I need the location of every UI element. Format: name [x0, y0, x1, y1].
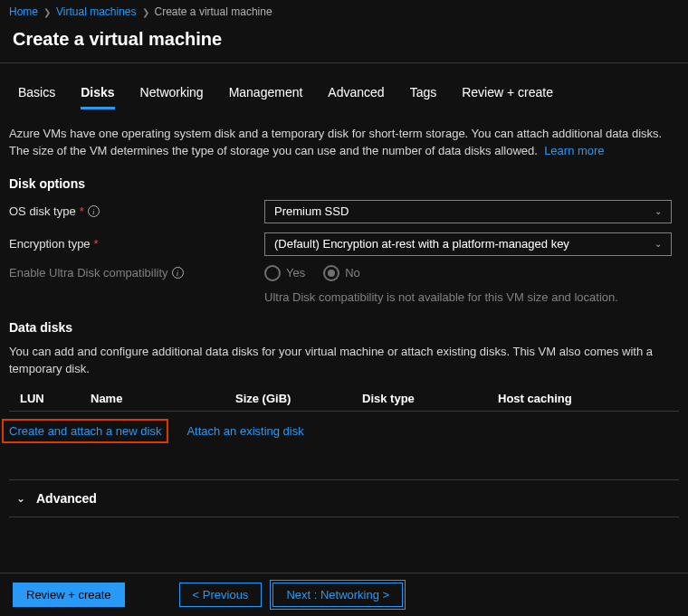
tab-basics[interactable]: Basics [18, 85, 55, 109]
breadcrumb: Home ❯ Virtual machines ❯ Create a virtu… [0, 0, 688, 24]
chevron-down-icon: ⌄ [655, 206, 662, 216]
col-name: Name [91, 392, 235, 405]
tab-management[interactable]: Management [229, 85, 303, 109]
os-disk-type-label: OS disk type * i [9, 204, 264, 218]
create-attach-new-disk-link[interactable]: Create and attach a new disk [2, 419, 168, 443]
col-disk-type: Disk type [362, 392, 498, 405]
chevron-down-icon: ⌄ [655, 239, 662, 249]
tab-advanced[interactable]: Advanced [328, 85, 384, 109]
wizard-footer: Review + create < Previous Next : Networ… [0, 573, 688, 616]
page-title: Create a virtual machine [0, 24, 688, 62]
os-disk-type-select[interactable]: Premium SSD ⌄ [264, 200, 672, 223]
col-size: Size (GiB) [235, 392, 362, 405]
advanced-section-toggle[interactable]: ⌄ Advanced [9, 479, 679, 517]
ultra-disk-yes-radio [264, 265, 281, 281]
attach-existing-disk-link[interactable]: Attach an existing disk [186, 424, 303, 438]
wizard-tabs: Basics Disks Networking Management Advan… [0, 63, 688, 109]
intro-description: Azure VMs have one operating system disk… [9, 126, 679, 160]
breadcrumb-virtual-machines[interactable]: Virtual machines [56, 5, 137, 18]
data-disks-heading: Data disks [9, 320, 679, 335]
breadcrumb-home[interactable]: Home [9, 5, 38, 18]
ultra-disk-label: Enable Ultra Disk compatibility i [9, 266, 264, 280]
tab-networking[interactable]: Networking [140, 85, 204, 109]
next-button[interactable]: Next : Networking > [272, 583, 403, 607]
chevron-right-icon: ❯ [43, 7, 51, 17]
encryption-type-label: Encryption type * [9, 237, 264, 251]
ultra-disk-radio-group: Yes No [264, 265, 373, 281]
tab-tags[interactable]: Tags [410, 85, 437, 109]
encryption-type-select[interactable]: (Default) Encryption at-rest with a plat… [264, 232, 672, 256]
ultra-disk-hint: Ultra Disk compatibility is not availabl… [264, 290, 679, 304]
ultra-disk-yes-label: Yes [286, 266, 305, 280]
review-create-button[interactable]: Review + create [13, 583, 125, 607]
tab-review-create[interactable]: Review + create [462, 85, 553, 109]
col-host-caching: Host caching [498, 392, 679, 405]
ultra-disk-no-label: No [345, 266, 360, 280]
ultra-disk-no-radio [323, 265, 339, 281]
required-indicator: * [80, 204, 84, 218]
advanced-section-label: Advanced [36, 491, 97, 506]
info-icon[interactable]: i [88, 205, 100, 217]
previous-button[interactable]: < Previous [179, 583, 263, 607]
info-icon[interactable]: i [172, 267, 184, 279]
disk-options-heading: Disk options [9, 176, 679, 191]
data-disks-table-header: LUN Name Size (GiB) Disk type Host cachi… [9, 386, 679, 412]
data-disks-description: You can add and configure additional dat… [9, 344, 679, 378]
chevron-down-icon: ⌄ [16, 492, 25, 505]
breadcrumb-current: Create a virtual machine [155, 5, 272, 18]
tab-disks[interactable]: Disks [81, 85, 114, 109]
learn-more-link[interactable]: Learn more [544, 144, 604, 157]
col-lun: LUN [9, 392, 91, 405]
required-indicator: * [94, 237, 99, 251]
chevron-right-icon: ❯ [142, 7, 149, 17]
